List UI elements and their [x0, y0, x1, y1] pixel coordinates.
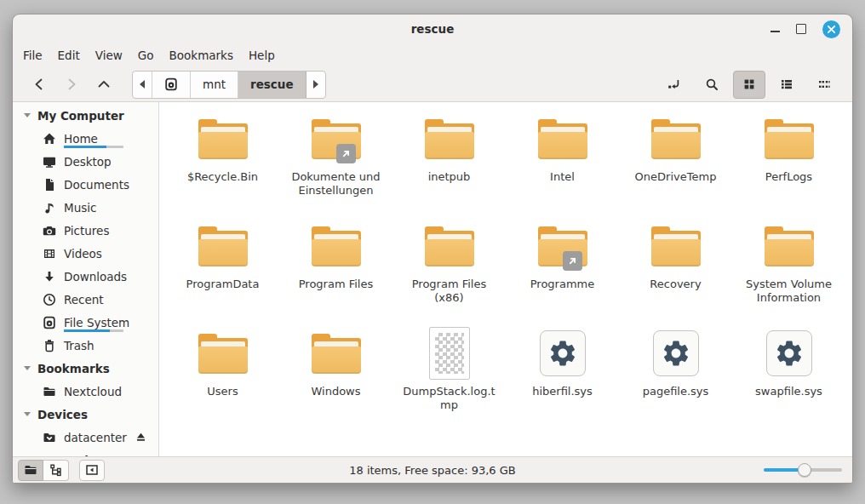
- sidebar-item-label: Pictures: [64, 224, 109, 238]
- file-label: Users: [207, 385, 238, 398]
- file-item-intel[interactable]: Intel: [506, 111, 619, 218]
- sidebar-item-downloads[interactable]: Downloads: [13, 265, 158, 288]
- back-button[interactable]: [26, 72, 52, 97]
- breadcrumb-scroll-left[interactable]: [133, 72, 152, 98]
- search-button[interactable]: [696, 71, 728, 99]
- breadcrumb-scroll-right[interactable]: [306, 72, 325, 98]
- file-icon-box: [765, 111, 814, 167]
- menu-view[interactable]: View: [88, 45, 130, 66]
- close-button[interactable]: [822, 20, 840, 38]
- menu-edit[interactable]: Edit: [50, 45, 88, 66]
- folder-icon: [198, 119, 248, 159]
- sidebar-item-pictures[interactable]: Pictures: [13, 219, 158, 242]
- forward-button[interactable]: [59, 72, 84, 97]
- sidebar-item-videos[interactable]: Videos: [13, 242, 158, 265]
- file-icon-box: [540, 325, 586, 381]
- icon-view-button[interactable]: [733, 71, 765, 99]
- file-item-windows[interactable]: Windows: [279, 325, 392, 432]
- sidebar-item-home[interactable]: Home: [13, 127, 158, 150]
- sidebar-item-file-system[interactable]: File System: [13, 311, 158, 334]
- sidebar-section-devices[interactable]: Devices: [13, 403, 158, 426]
- trash-icon: [43, 339, 56, 352]
- menu-go[interactable]: Go: [130, 45, 162, 66]
- menu-help[interactable]: Help: [241, 45, 283, 66]
- file-item-program-files-x86-[interactable]: Program Files (x86): [392, 218, 506, 325]
- file-item-onedrivetemp[interactable]: OneDriveTemp: [619, 111, 732, 218]
- file-item-system-volume-information[interactable]: System Volume Information: [732, 218, 845, 325]
- sidebar-item-label: Trash: [64, 339, 95, 352]
- file-item-programdata[interactable]: ProgramData: [166, 218, 279, 325]
- sidebar-item-datacenter[interactable]: datacenter: [13, 426, 158, 449]
- window-body: My ComputerHomeDesktopDocumentsMusicPict…: [13, 102, 852, 456]
- file-item-perflogs[interactable]: PerfLogs: [732, 111, 845, 218]
- file-icon-box: [312, 325, 361, 381]
- file-item-users[interactable]: Users: [166, 325, 279, 432]
- toggle-location-entry-button[interactable]: [658, 71, 690, 99]
- file-icon-box: [538, 111, 587, 167]
- menu-file[interactable]: File: [15, 45, 50, 66]
- filesystem-icon: [43, 316, 56, 329]
- sidebar-item-nextcloud[interactable]: Nextcloud: [13, 380, 158, 403]
- up-button[interactable]: [91, 72, 117, 97]
- file-icon-box: [312, 218, 361, 274]
- sidebar-item-trash[interactable]: Trash: [13, 334, 158, 357]
- zoom-slider[interactable]: [764, 463, 842, 477]
- file-icon-box: [651, 218, 701, 274]
- file-item-swapfile-sys[interactable]: swapfile.sys: [732, 325, 845, 432]
- sidebar-item-recent[interactable]: Recent: [13, 288, 158, 311]
- eject-icon: [135, 431, 148, 444]
- file-label: Program Files (x86): [402, 278, 497, 305]
- zoom-slider-handle[interactable]: [798, 463, 811, 477]
- maximize-button[interactable]: [796, 24, 806, 34]
- compact-view-button[interactable]: [808, 71, 840, 99]
- list-view-button[interactable]: [770, 71, 803, 99]
- breadcrumb-root-filesystem[interactable]: [152, 72, 191, 98]
- file-label: $Recycle.Bin: [187, 170, 258, 184]
- sidebar-item-documents[interactable]: Documents: [13, 173, 158, 196]
- sidebar-section-my-computer[interactable]: My Computer: [13, 104, 158, 127]
- file-icon-box: [425, 111, 474, 167]
- file-icon-box: [198, 111, 248, 167]
- sidebar: My ComputerHomeDesktopDocumentsMusicPict…: [13, 102, 159, 456]
- file-item--recycle-bin[interactable]: $Recycle.Bin: [166, 111, 279, 218]
- home-icon: [43, 132, 56, 146]
- clock-icon: [43, 293, 56, 306]
- menu-bookmarks[interactable]: Bookmarks: [162, 45, 241, 66]
- sidebar-section-bookmarks[interactable]: Bookmarks: [13, 357, 158, 380]
- file-label: Program Files: [299, 278, 374, 291]
- sidebar-item-label: Recent: [64, 293, 104, 306]
- file-item-pagefile-sys[interactable]: pagefile.sys: [619, 325, 732, 432]
- file-item-dumpstack-log-tmp[interactable]: DumpStack.log.tmp: [392, 325, 506, 432]
- file-item-recovery[interactable]: Recovery: [619, 218, 732, 325]
- sidebar-section-network[interactable]: Network: [13, 449, 158, 456]
- transparent-file-icon: [429, 327, 470, 380]
- system-file-icon: [766, 330, 812, 376]
- symlink-emblem-icon: [336, 144, 356, 163]
- show-treeview-button[interactable]: [43, 460, 69, 481]
- minimize-button[interactable]: [770, 25, 780, 34]
- file-item-programme[interactable]: Programme: [506, 218, 619, 325]
- sidebar-section-label: Devices: [37, 408, 88, 421]
- chevron-right-icon: [65, 77, 78, 91]
- sidebar-item-music[interactable]: Music: [13, 196, 158, 219]
- breadcrumb-mnt[interactable]: mnt: [191, 72, 238, 98]
- search-icon: [705, 77, 719, 91]
- eject-button[interactable]: [135, 430, 148, 445]
- show-places-button[interactable]: [18, 460, 43, 481]
- file-item-hiberfil-sys[interactable]: hiberfil.sys: [506, 325, 619, 432]
- folder-icon: [538, 119, 587, 159]
- folder-icon: [651, 119, 701, 159]
- expander-triangle-icon: [24, 412, 31, 416]
- file-item-inetpub[interactable]: inetpub: [392, 111, 506, 218]
- transparency-checkerboard: [435, 333, 464, 374]
- sidebar-item-desktop[interactable]: Desktop: [13, 150, 158, 173]
- file-item-dokumente-und-einstellungen[interactable]: Dokumente und Einstellungen: [279, 111, 392, 218]
- folder-icon: [312, 226, 361, 266]
- breadcrumb-rescue[interactable]: rescue: [238, 72, 306, 98]
- filesystem-icon: [164, 77, 178, 91]
- titlebar[interactable]: rescue: [13, 14, 852, 43]
- menu-bar: FileEditViewGoBookmarksHelp: [13, 43, 852, 67]
- file-item-program-files[interactable]: Program Files: [279, 218, 392, 325]
- hide-sidebar-button[interactable]: [79, 460, 105, 481]
- gear-icon: [547, 338, 578, 369]
